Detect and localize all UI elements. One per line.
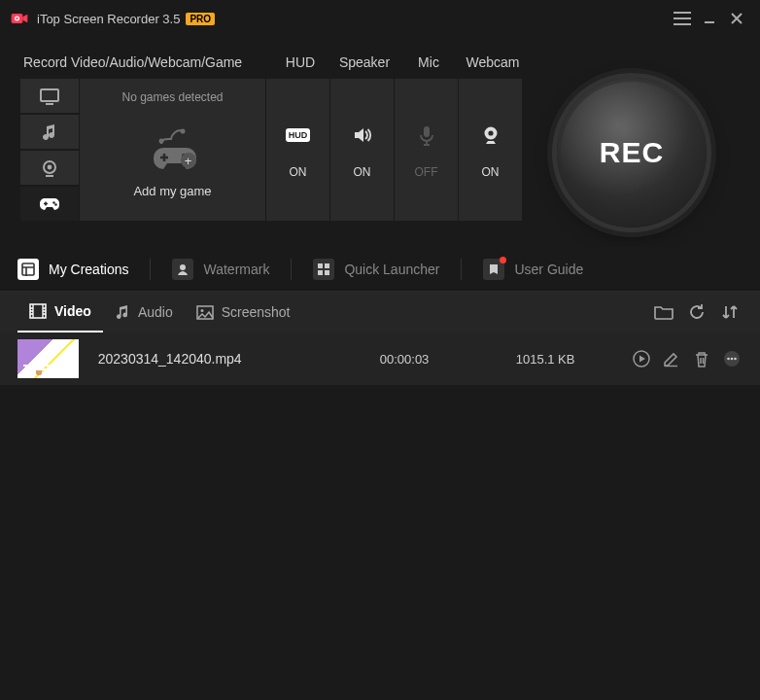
record-label: REC (600, 136, 664, 169)
guide-icon (483, 259, 504, 280)
svg-point-5 (48, 164, 52, 169)
mode-game[interactable] (19, 186, 80, 222)
game-panel[interactable]: No games detected + Add my game (80, 78, 266, 222)
svg-point-27 (730, 358, 733, 361)
mode-audio[interactable] (19, 114, 80, 150)
mic-toggle[interactable]: OFF (395, 78, 459, 222)
plus-icon: + (181, 153, 196, 168)
svg-rect-17 (318, 263, 323, 268)
tab-label: Screenshot (222, 304, 291, 320)
file-list: 20230314_142040.mp4 00:00:03 1015.1 KB (0, 332, 760, 385)
svg-rect-19 (318, 270, 323, 275)
more-button[interactable] (720, 347, 743, 370)
title-bar: iTop Screen Recorder 3.5 PRO (0, 0, 760, 37)
speaker-label: Speaker (332, 54, 397, 70)
nav-label: User Guide (514, 262, 583, 277)
refresh-button[interactable] (684, 299, 709, 325)
mode-selector (19, 78, 80, 228)
nav-quick-launcher[interactable]: Quick Launcher (313, 259, 439, 280)
add-game-label: Add my game (133, 184, 211, 198)
svg-point-2 (16, 18, 17, 19)
hud-label: HUD (268, 54, 332, 70)
launcher-icon (313, 259, 334, 280)
svg-point-6 (52, 201, 54, 203)
image-icon (196, 305, 214, 320)
main-panel: Record Video/Audio/Webcam/Game HUD Speak… (0, 37, 760, 228)
open-folder-button[interactable] (651, 299, 676, 325)
tabs-bar: Video Audio Screenshot (0, 292, 760, 332)
nav-user-guide[interactable]: User Guide (483, 259, 583, 280)
svg-point-14 (488, 130, 493, 135)
no-games-message: No games detected (121, 90, 223, 104)
webcam-state: ON (482, 165, 500, 179)
webcam-icon (481, 121, 501, 150)
svg-point-26 (727, 358, 730, 361)
music-icon (115, 304, 130, 320)
svg-rect-12 (424, 126, 430, 137)
film-icon (29, 303, 47, 319)
svg-rect-15 (22, 263, 34, 275)
app-logo-icon (10, 9, 29, 28)
svg-rect-20 (325, 270, 329, 275)
nav-label: My Creations (49, 262, 128, 277)
tab-label: Audio (138, 304, 173, 320)
pro-badge: PRO (186, 13, 215, 25)
webcam-toggle[interactable]: ON (459, 78, 523, 222)
app-title: iTop Screen Recorder 3.5 (37, 12, 180, 26)
nav-watermark[interactable]: Watermark (172, 259, 269, 280)
speaker-state: ON (354, 165, 371, 179)
creations-icon (17, 259, 39, 280)
menu-button[interactable] (669, 5, 696, 32)
svg-point-28 (734, 358, 737, 361)
file-duration: 00:00:03 (380, 352, 516, 367)
nav-my-creations[interactable]: My Creations (17, 259, 128, 280)
file-thumbnail (17, 339, 79, 378)
hud-toggle[interactable]: HUD ON (266, 78, 330, 222)
sort-button[interactable] (717, 299, 743, 325)
svg-point-8 (180, 129, 185, 134)
nav-label: Quick Launcher (344, 262, 439, 277)
tab-audio[interactable]: Audio (103, 292, 185, 332)
controls-row: No games detected + Add my game HUD ON O… (19, 78, 741, 228)
svg-point-16 (180, 264, 186, 270)
mic-label: Mic (397, 54, 461, 70)
mode-screen[interactable] (19, 78, 80, 114)
tab-label: Video (54, 303, 91, 319)
mic-icon (418, 121, 435, 150)
nav-label: Watermark (203, 262, 269, 277)
tab-video[interactable]: Video (17, 292, 103, 332)
notification-dot-icon (500, 257, 506, 263)
minimize-button[interactable] (696, 5, 723, 32)
edit-button[interactable] (661, 347, 683, 370)
file-size: 1015.1 KB (516, 352, 623, 367)
hud-icon: HUD (286, 121, 311, 150)
delete-button[interactable] (690, 347, 712, 370)
svg-point-23 (200, 309, 203, 312)
speaker-icon (352, 121, 373, 150)
file-row[interactable]: 20230314_142040.mp4 00:00:03 1015.1 KB (0, 332, 760, 385)
record-modes-label: Record Video/Audio/Webcam/Game (19, 54, 268, 70)
hud-state: ON (290, 165, 307, 179)
svg-rect-18 (325, 263, 329, 268)
game-controller-icon: + (148, 123, 198, 174)
mic-state: OFF (415, 165, 438, 179)
webcam-label: Webcam (461, 54, 525, 70)
nav-bar: My Creations Watermark Quick Launcher Us… (0, 247, 760, 292)
svg-rect-3 (41, 89, 58, 101)
play-button[interactable] (631, 347, 653, 370)
record-area: REC (523, 78, 741, 228)
svg-point-7 (54, 203, 56, 205)
file-name: 20230314_142040.mp4 (98, 351, 380, 367)
speaker-toggle[interactable]: ON (330, 78, 395, 222)
svg-point-9 (158, 139, 163, 144)
tab-screenshot[interactable]: Screenshot (185, 292, 302, 332)
close-button[interactable] (723, 5, 750, 32)
mode-webcam[interactable] (19, 150, 80, 186)
record-button[interactable]: REC (557, 78, 707, 228)
watermark-icon (172, 259, 193, 280)
column-labels: Record Video/Audio/Webcam/Game HUD Speak… (19, 54, 741, 70)
